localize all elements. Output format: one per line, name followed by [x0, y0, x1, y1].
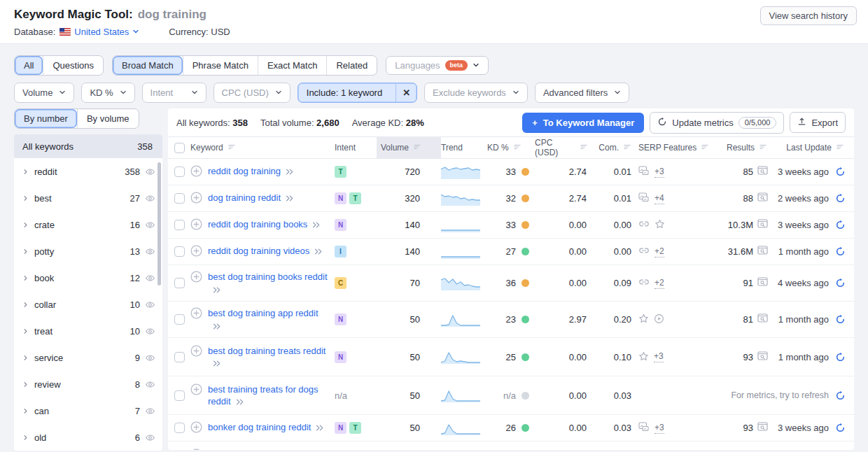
tab-broad-match[interactable]: Broad Match	[113, 56, 183, 75]
serp-preview-icon[interactable]	[757, 277, 769, 289]
keyword-link[interactable]: bonker dog training reddit	[208, 421, 324, 434]
column-header-serp[interactable]: SERP Features	[637, 137, 711, 158]
expand-keyword-icon[interactable]	[286, 169, 294, 175]
sidebar-group-treat[interactable]: treat10	[14, 318, 162, 344]
eye-icon[interactable]	[145, 326, 155, 337]
filter-dropdown-kd[interactable]: KD %	[81, 83, 134, 103]
sidebar-group-reddit[interactable]: reddit358	[14, 158, 162, 185]
expand-keyword-icon[interactable]	[312, 222, 321, 228]
sidebar-group-best[interactable]: best27	[14, 185, 162, 211]
keyword-link[interactable]: reddit dog training videos	[208, 245, 323, 257]
tab-phrase-match[interactable]: Phrase Match	[183, 56, 258, 75]
sort-icon[interactable]	[227, 143, 236, 153]
tab-related[interactable]: Related	[326, 56, 377, 75]
toggle-by-number[interactable]: By number	[15, 109, 77, 128]
column-header-vol[interactable]: Volume	[377, 137, 441, 158]
column-header-kd[interactable]: KD %	[486, 137, 535, 158]
refresh-icon[interactable]	[835, 246, 846, 257]
view-search-history-button[interactable]: View search history	[760, 6, 857, 25]
serp-preview-icon[interactable]	[757, 422, 769, 434]
refresh-icon[interactable]	[835, 352, 846, 362]
sidebar-group-service[interactable]: service9	[14, 344, 162, 371]
refresh-icon[interactable]	[835, 390, 846, 401]
sidebar-group-old[interactable]: old6	[14, 424, 162, 451]
filter-dropdown-intent[interactable]: Intent	[142, 83, 206, 103]
eye-icon[interactable]	[145, 193, 155, 204]
row-checkbox[interactable]	[174, 193, 185, 204]
refresh-icon[interactable]	[835, 193, 846, 204]
add-keyword-icon[interactable]	[190, 271, 202, 285]
tab-questions[interactable]: Questions	[43, 56, 103, 75]
serp-preview-icon[interactable]	[757, 166, 769, 178]
export-button[interactable]: Export	[790, 112, 846, 133]
filter-dropdown-exclude-keywords[interactable]: Exclude keywords	[424, 83, 528, 103]
add-keyword-icon[interactable]	[190, 449, 202, 450]
eye-icon[interactable]	[145, 379, 155, 390]
serp-preview-icon[interactable]	[757, 246, 769, 257]
column-header-upd[interactable]: Last Update	[774, 137, 854, 158]
eye-icon[interactable]	[145, 353, 155, 363]
add-keyword-icon[interactable]	[190, 192, 202, 206]
serp-more-link[interactable]: +4	[654, 193, 664, 204]
expand-keyword-icon[interactable]	[316, 425, 324, 431]
serp-preview-icon[interactable]	[757, 313, 769, 325]
eye-icon[interactable]	[145, 273, 155, 283]
all-keywords-row[interactable]: All keywords 358	[14, 134, 162, 158]
sidebar-group-book[interactable]: book12	[14, 264, 162, 291]
filter-dropdown-volume[interactable]: Volume	[14, 83, 74, 103]
filter-dropdown-cpc-usd[interactable]: CPC (USD)	[214, 83, 290, 103]
row-checkbox[interactable]	[174, 246, 185, 257]
add-keyword-icon[interactable]	[190, 218, 202, 232]
sort-icon[interactable]	[623, 143, 631, 153]
eye-icon[interactable]	[145, 167, 155, 177]
expand-keyword-icon[interactable]	[314, 248, 323, 255]
serp-more-link[interactable]: +2	[654, 278, 664, 289]
sidebar-group-can[interactable]: can7	[14, 397, 162, 424]
sidebar-group-review[interactable]: review8	[14, 371, 162, 397]
serp-more-link[interactable]: +3	[654, 167, 664, 178]
expand-keyword-icon[interactable]	[286, 195, 294, 202]
expand-keyword-icon[interactable]	[236, 399, 244, 405]
database-selector[interactable]: United States	[59, 27, 139, 37]
keyword-link[interactable]: best dog training treats reddit	[208, 345, 328, 369]
keyword-link[interactable]: brain training for dogs review reddit	[208, 449, 328, 450]
sidebar-group-crate[interactable]: crate16	[14, 211, 162, 238]
update-metrics-button[interactable]: Update metrics 0/5,000	[650, 112, 784, 134]
column-header-com[interactable]: Com.	[598, 137, 637, 158]
keyword-link[interactable]: best training treats for dogs reddit	[208, 383, 328, 408]
eye-icon[interactable]	[145, 406, 155, 416]
expand-keyword-icon[interactable]	[213, 323, 221, 330]
sidebar-group-potty[interactable]: potty13	[14, 238, 162, 264]
column-header-kw[interactable]: Keyword	[190, 137, 335, 158]
filter-chip-include-1-keyword[interactable]: Include: 1 keyword✕	[298, 83, 417, 103]
refresh-icon[interactable]	[835, 278, 846, 288]
tab-all[interactable]: All	[15, 56, 43, 75]
column-header-res[interactable]: Results	[711, 137, 774, 158]
serp-preview-icon[interactable]	[757, 192, 769, 204]
serp-preview-icon[interactable]	[757, 351, 769, 363]
row-checkbox[interactable]	[174, 167, 185, 177]
refresh-icon[interactable]	[835, 167, 846, 177]
expand-keyword-icon[interactable]	[213, 287, 221, 293]
select-all-checkbox[interactable]	[174, 143, 185, 153]
sort-icon[interactable]	[701, 143, 709, 153]
refresh-icon[interactable]	[835, 423, 846, 433]
keyword-link[interactable]: dog training reddit	[208, 192, 294, 204]
row-checkbox[interactable]	[174, 314, 185, 325]
toggle-by-volume[interactable]: By volume	[77, 109, 139, 128]
serp-more-link[interactable]: +3	[654, 423, 664, 434]
sort-icon[interactable]	[836, 143, 844, 153]
serp-preview-icon[interactable]	[757, 219, 769, 231]
row-checkbox[interactable]	[174, 423, 185, 433]
eye-icon[interactable]	[145, 246, 155, 257]
sort-icon[interactable]	[580, 143, 588, 153]
eye-icon[interactable]	[145, 220, 155, 230]
keyword-link[interactable]: best dog training books reddit	[208, 271, 328, 295]
add-keyword-icon[interactable]	[190, 383, 202, 397]
languages-dropdown[interactable]: Languages beta	[386, 56, 489, 75]
sort-icon[interactable]	[413, 143, 421, 153]
eye-icon[interactable]	[145, 432, 155, 443]
eye-icon[interactable]	[145, 299, 155, 310]
add-keyword-icon[interactable]	[190, 245, 202, 259]
sort-icon[interactable]	[759, 143, 767, 153]
